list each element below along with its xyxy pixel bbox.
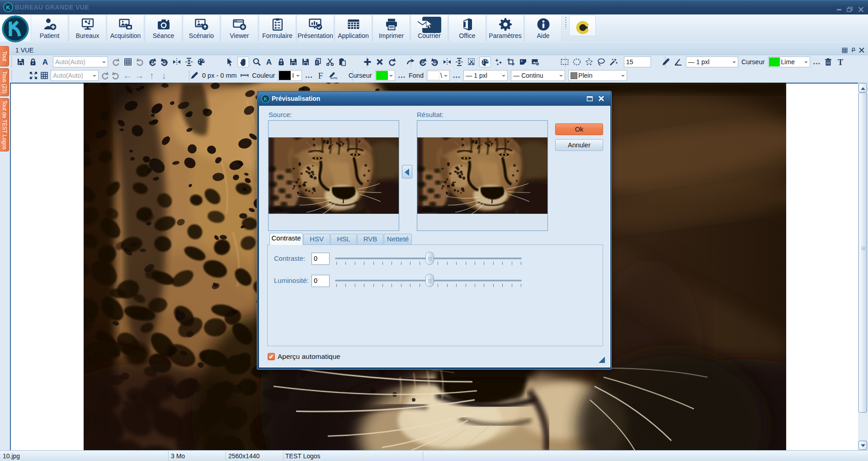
svg-text:K: K [264, 96, 268, 102]
svg-text:K: K [6, 4, 10, 11]
